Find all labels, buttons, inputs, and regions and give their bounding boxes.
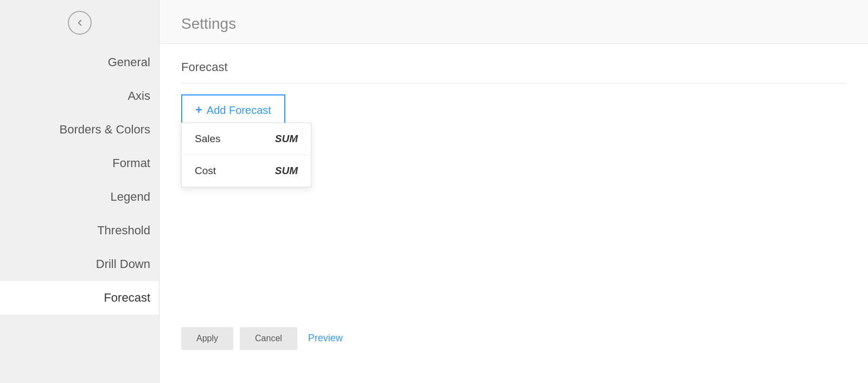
chevron-left-icon bbox=[75, 18, 85, 28]
sidebar-item-axis[interactable]: Axis bbox=[0, 79, 159, 113]
sidebar-item-label: Threshold bbox=[97, 224, 150, 237]
back-button[interactable] bbox=[68, 11, 92, 35]
page-title: Settings bbox=[181, 15, 846, 33]
dropdown-item-aggregation: SUM bbox=[275, 133, 298, 145]
main-body: Forecast + Add Forecast Sales SUM Cost S… bbox=[159, 44, 868, 383]
sidebar-item-label: Legend bbox=[111, 190, 150, 203]
plus-icon: + bbox=[195, 103, 202, 117]
dropdown-item-name: Sales bbox=[195, 133, 221, 145]
sidebar-item-label: Axis bbox=[127, 89, 150, 103]
app-container: General Axis Borders & Colors Format Leg… bbox=[0, 0, 868, 383]
main-header: Settings bbox=[159, 0, 868, 44]
dropdown-item-sales[interactable]: Sales SUM bbox=[182, 123, 311, 155]
sidebar-nav: General Axis Borders & Colors Format Leg… bbox=[0, 46, 159, 315]
sidebar-item-label: Borders & Colors bbox=[59, 123, 150, 136]
sidebar-item-label: Drill Down bbox=[96, 257, 150, 271]
add-forecast-button[interactable]: + Add Forecast bbox=[181, 94, 285, 126]
main-content: Settings Forecast + Add Forecast Sales S… bbox=[159, 0, 868, 383]
dropdown-item-name: Cost bbox=[195, 165, 216, 177]
sidebar-item-format[interactable]: Format bbox=[0, 146, 159, 180]
sidebar-item-label: Format bbox=[112, 156, 150, 170]
dropdown-item-cost[interactable]: Cost SUM bbox=[182, 155, 311, 187]
sidebar-item-legend[interactable]: Legend bbox=[0, 180, 159, 214]
sidebar-item-threshold[interactable]: Threshold bbox=[0, 214, 159, 247]
add-forecast-label: Add Forecast bbox=[207, 104, 271, 117]
apply-button[interactable]: Apply bbox=[181, 327, 233, 350]
sidebar-item-label: General bbox=[108, 55, 150, 69]
cancel-button[interactable]: Cancel bbox=[240, 327, 297, 350]
footer-actions: Apply Cancel Preview bbox=[181, 326, 347, 350]
sidebar: General Axis Borders & Colors Format Leg… bbox=[0, 0, 159, 383]
forecast-dropdown-menu: Sales SUM Cost SUM bbox=[181, 123, 311, 187]
preview-button[interactable]: Preview bbox=[304, 326, 347, 350]
sidebar-item-general[interactable]: General bbox=[0, 46, 159, 79]
back-button-container bbox=[0, 11, 159, 35]
sidebar-item-borders-colors[interactable]: Borders & Colors bbox=[0, 113, 159, 146]
sidebar-item-forecast[interactable]: Forecast bbox=[0, 281, 159, 315]
sidebar-item-label: Forecast bbox=[104, 291, 150, 304]
section-title: Forecast bbox=[181, 60, 846, 84]
sidebar-item-drill-down[interactable]: Drill Down bbox=[0, 247, 159, 281]
dropdown-item-aggregation: SUM bbox=[275, 165, 298, 177]
